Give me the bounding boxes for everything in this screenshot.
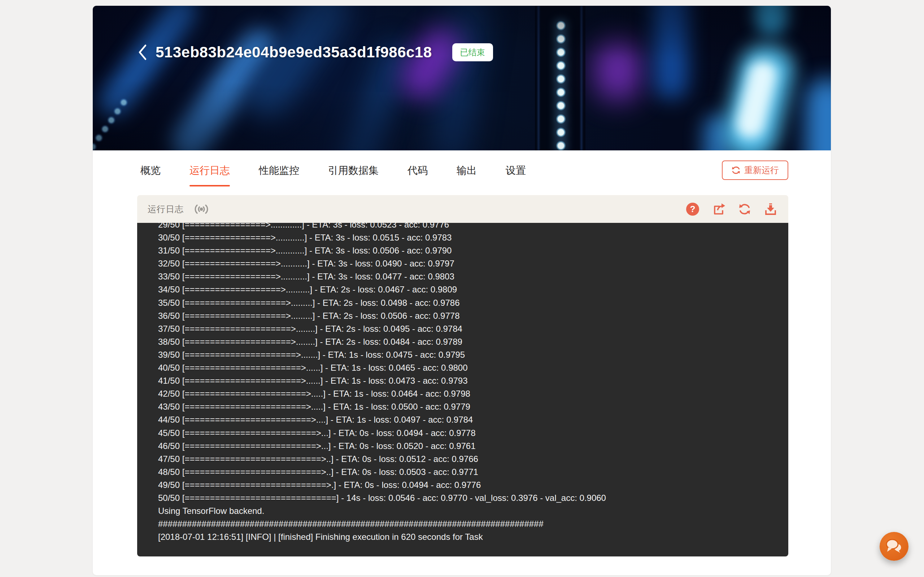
tab-output[interactable]: 输出	[457, 150, 477, 191]
log-line: 36/50 [====================>.........] -…	[158, 309, 777, 322]
banner-title-row: 513eb83b24e04b9e9ed35a3d1f986c18 已结束	[137, 40, 493, 64]
log-line: 44/50 [=========================>....] -…	[158, 413, 777, 426]
log-line: Using TensorFlow backend.	[158, 504, 777, 517]
log-line: [2018-07-01 12:16:51] [INFO] | [finished…	[158, 530, 777, 543]
log-line: 32/50 [==================>...........] -…	[158, 257, 777, 270]
banner-shade	[93, 6, 831, 150]
chevron-left-icon	[137, 44, 148, 61]
log-line: 40/50 [=======================>......] -…	[158, 361, 777, 374]
log-panel-title: 运行日志	[148, 203, 184, 215]
log-panel-actions: ?	[686, 202, 777, 216]
log-line: 39/50 [======================>.......] -…	[158, 348, 777, 361]
rerun-icon	[731, 166, 741, 175]
log-terminal[interactable]: 29/50 [================>.............] -…	[137, 223, 788, 556]
log-line: 38/50 [=====================>........] -…	[158, 335, 777, 348]
log-line: 43/50 [========================>.....] -…	[158, 400, 777, 413]
log-line: 47/50 [===========================>..] -…	[158, 453, 777, 466]
log-line: 41/50 [=======================>......] -…	[158, 374, 777, 387]
log-line: 50/50 [==============================] -…	[158, 492, 777, 504]
refresh-icon[interactable]	[738, 202, 751, 216]
log-lines: 29/50 [================>.............] -…	[158, 223, 777, 543]
log-line: 37/50 [=====================>........] -…	[158, 322, 777, 335]
run-detail-card: 513eb83b24e04b9e9ed35a3d1f986c18 已结束 概览 …	[93, 6, 831, 575]
log-line: 46/50 [==========================>...] -…	[158, 440, 777, 453]
log-line: 31/50 [=================>............] -…	[158, 244, 777, 257]
back-button[interactable]	[137, 42, 152, 62]
log-line: 30/50 [=================>............] -…	[158, 231, 777, 244]
tab-code[interactable]: 代码	[407, 150, 428, 191]
log-line: 42/50 [========================>.....] -…	[158, 387, 777, 400]
svg-text:?: ?	[690, 204, 696, 214]
status-badge: 已结束	[452, 43, 493, 61]
hero-banner: 513eb83b24e04b9e9ed35a3d1f986c18 已结束	[93, 6, 831, 150]
log-panel-header: 运行日志 ?	[137, 195, 788, 223]
rerun-button[interactable]: 重新运行	[722, 161, 788, 180]
chat-fab-button[interactable]	[880, 532, 908, 561]
broadcast-icon	[193, 204, 210, 214]
tab-performance[interactable]: 性能监控	[259, 150, 299, 191]
share-icon[interactable]	[712, 202, 725, 216]
page-title: 513eb83b24e04b9e9ed35a3d1f986c18	[155, 44, 432, 61]
log-line: 35/50 [====================>.........] -…	[158, 297, 777, 309]
log-line: 49/50 [============================>.] -…	[158, 479, 777, 492]
log-line: 33/50 [==================>...........] -…	[158, 270, 777, 283]
log-line: 45/50 [==========================>...] -…	[158, 427, 777, 440]
chat-bubbles-icon	[886, 539, 902, 554]
tab-datasets[interactable]: 引用数据集	[328, 150, 379, 191]
log-line: ########################################…	[158, 517, 777, 530]
log-line: 48/50 [===========================>..] -…	[158, 466, 777, 479]
log-line: 29/50 [================>.............] -…	[158, 223, 777, 231]
tab-overview[interactable]: 概览	[141, 150, 161, 191]
tab-settings[interactable]: 设置	[506, 150, 526, 191]
help-icon[interactable]: ?	[686, 202, 699, 216]
tab-run-logs[interactable]: 运行日志	[189, 150, 230, 191]
rerun-label: 重新运行	[744, 164, 779, 176]
log-line: 34/50 [===================>..........] -…	[158, 283, 777, 296]
run-log-panel: 运行日志 ?	[137, 195, 788, 556]
tab-bar: 概览 运行日志 性能监控 引用数据集 代码 输出 设置 重新运行	[93, 150, 831, 191]
download-icon[interactable]	[764, 202, 777, 216]
